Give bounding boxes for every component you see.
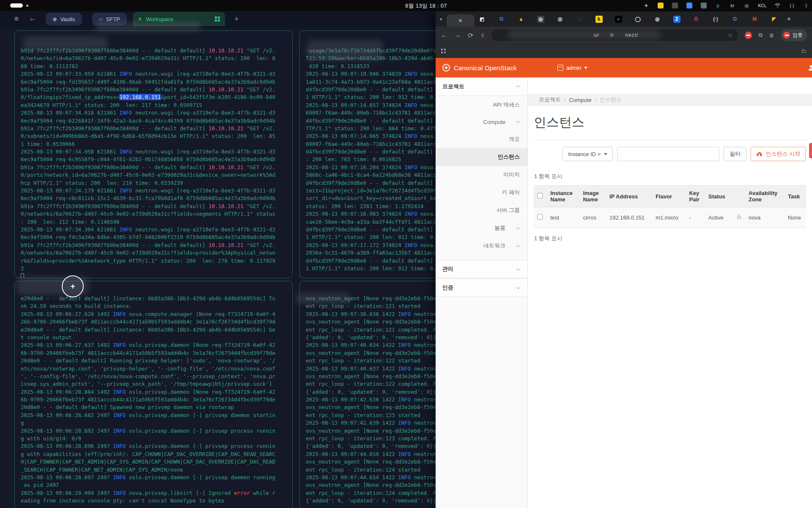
address-bar[interactable]: ur tr nect/ ☆ — [491, 29, 738, 41]
flavor-link[interactable]: m1.micro — [652, 207, 686, 228]
menubar-clock[interactable]: 8월 13일 18 : 07 — [405, 2, 447, 10]
sidebar-item-group-volumes[interactable]: 볼륨 — [436, 219, 527, 237]
launch-instance-button[interactable]: 인스턴스 시작 — [751, 147, 806, 161]
cutoff-red-button[interactable] — [809, 143, 812, 158]
column-header-task[interactable]: Task — [785, 186, 806, 207]
sidebar-item-link-api-access[interactable]: API 액세스 — [436, 96, 527, 114]
tab-search-chevron-icon[interactable]: ▾ — [440, 16, 442, 22]
pinned-tab-google-app[interactable]: ▲ — [518, 16, 525, 23]
reading-list-icon[interactable]: ≣ — [769, 32, 774, 38]
bell-icon[interactable]: 🜙 — [30, 16, 36, 22]
terminal-log-line: 2936a-5c31-4679-a369-ffa65ac135b7 4811ac… — [306, 249, 452, 257]
filter-input[interactable] — [617, 147, 719, 161]
back-icon[interactable]: ← — [441, 31, 447, 39]
close-tab-icon[interactable]: ✕ — [458, 18, 463, 24]
instance-name-link[interactable]: test — [547, 207, 579, 228]
pinned-tab-dark-circle-2[interactable]: ◌ — [576, 16, 583, 23]
column-header-instance-name[interactable]: Instance Name — [547, 186, 579, 207]
split-grid-icon[interactable] — [215, 16, 220, 22]
sidebar-item-link-images[interactable]: 이미지 — [436, 166, 527, 184]
tab-sftp[interactable]: ▱SFTP — [92, 13, 127, 25]
recorder-icon[interactable] — [672, 3, 678, 9]
sidebar-item-section-project[interactable]: 프로젝트 — [436, 77, 527, 96]
sidebar-item-group-network[interactable]: 네트워크 — [436, 237, 527, 255]
pinned-tab-slides[interactable]: ◤ — [771, 16, 778, 23]
sound-icon[interactable]: (∙) — [789, 3, 795, 9]
filter-row: Instance ID = 필터 인스턴스 시작 — [528, 146, 806, 162]
filter-field-dropdown[interactable]: Instance ID = — [562, 147, 613, 161]
project-switcher[interactable]: admin — [557, 65, 587, 71]
filter-button[interactable]: 필터 — [724, 147, 746, 161]
input-source-badge[interactable]: KO₁ — [758, 3, 766, 9]
circle-utility-icon[interactable]: ◎ — [743, 3, 750, 9]
pinned-tab-globe-2[interactable]: ◍ — [654, 16, 661, 23]
column-header-lock[interactable] — [733, 186, 745, 207]
breadcrumb-instances: 인스턴스 — [600, 96, 622, 104]
terminal-log-line: 2025-08-13 09:07:34.058 621861 INFO neut… — [21, 148, 286, 156]
sidebar-item-link-overview[interactable]: 개요 — [436, 130, 527, 148]
sidebar-item-link-key-pairs[interactable]: 키 페어 — [436, 184, 527, 201]
sidebar-item-group-compute[interactable]: Compute — [436, 114, 527, 130]
sidebar-item-link-instances[interactable]: 인스턴스 — [436, 148, 527, 166]
select-all-checkbox[interactable] — [537, 193, 543, 198]
share-icon[interactable]: ⇧ — [480, 32, 485, 38]
extension-red-icon[interactable] — [745, 32, 752, 39]
breadcrumb-project[interactable]: 프로젝트 — [539, 96, 561, 104]
pinned-tab-blue-2[interactable]: 2 — [673, 16, 680, 23]
all-bookmarks-folder-icon[interactable]: 🗀 — [801, 48, 807, 54]
terminal-pane-bottom-left[interactable]: e20d8e0 - - default default] [instance: … — [14, 281, 293, 508]
column-header-flavor[interactable]: Flavor — [652, 186, 686, 207]
new-tab-button[interactable]: + — [787, 15, 791, 23]
bookmark-star-icon[interactable]: ☆ — [727, 32, 733, 38]
pinned-tab-gmail[interactable]: M — [751, 16, 758, 23]
kakaotalk-icon[interactable] — [657, 3, 664, 9]
pinned-tab-google-red[interactable]: G — [693, 16, 700, 23]
keyboard-layout-badge[interactable]: kr — [729, 3, 735, 9]
side-panel-icon[interactable]: ⧉ — [759, 32, 763, 38]
breadcrumb-compute[interactable]: Compute — [569, 97, 592, 103]
telegram-icon[interactable]: ✈ — [643, 3, 649, 9]
brand-title[interactable]: Canonical OpenStack — [454, 64, 517, 71]
pinned-tab-dark-circle-1[interactable]: ◎ — [557, 16, 564, 23]
pinned-tab-dark-app[interactable]: ◩ — [479, 16, 486, 23]
pinned-tab-github[interactable]: ◯ — [634, 16, 642, 23]
column-header-image-name[interactable]: Image Name — [579, 186, 606, 207]
active-tab[interactable]: ✕ — [447, 14, 475, 27]
sidebar-nav: 프로젝트API 액세스Compute개요인스턴스이미지키 페어서버 그룹볼륨네트… — [436, 77, 528, 508]
terminal-pane-top-right[interactable]: -usage/3e1a76cf26734d4fbcd39f79de20d8e0?… — [299, 30, 458, 278]
terminal-pane-bottom-right[interactable]: ovs_neutron_agent [None req-dd3e2eb8-f50… — [299, 281, 458, 508]
tab-vaults[interactable]: ◉Vaults — [46, 13, 82, 25]
pinned-tab-google-blue[interactable]: G — [732, 16, 739, 23]
column-header-ip-address[interactable]: IP Address — [606, 186, 652, 207]
pinned-tab-google[interactable]: G — [498, 16, 505, 23]
tab-workspace[interactable]: ✕ Workspace — [133, 12, 225, 26]
blue-app-icon[interactable] — [686, 3, 692, 9]
terminal-log-line: eading from instance console pty: can't … — [21, 497, 286, 505]
close-icon[interactable]: ✕ — [138, 16, 142, 22]
row-checkbox[interactable] — [537, 214, 543, 220]
hamburger-menu-icon[interactable]: ≡ — [14, 15, 19, 23]
user-menu-icon[interactable] — [807, 64, 812, 73]
pinned-tab-globe-1[interactable]: ◍ — [537, 16, 544, 23]
reload-icon[interactable]: ⟳ — [468, 31, 473, 39]
profile-chip[interactable]: 암호 — [781, 29, 807, 41]
sidebar-item-label: 프로젝트 — [442, 83, 464, 90]
wifi-icon[interactable] — [774, 3, 781, 9]
column-header-availability-zone[interactable]: Availability Zone — [745, 186, 785, 207]
pinned-tab-sound[interactable]: (∙) — [712, 16, 719, 23]
bluetooth-icon[interactable]: ᛒ — [803, 3, 809, 9]
sidebar-item-section-identity[interactable]: 인증 — [436, 278, 527, 297]
new-tab-plus-icon[interactable]: + — [234, 15, 239, 24]
forward-icon[interactable]: → — [454, 31, 461, 39]
terminal-log-line: d4fbcd39f79de20d8e0 - - default default]… — [306, 148, 452, 156]
sidebar-item-section-admin[interactable]: 관리 — [436, 260, 527, 278]
pinned-tab-kibana[interactable]: k — [595, 16, 603, 23]
paste-app-icon[interactable]: p — [715, 3, 721, 9]
apps-waffle-icon[interactable] — [441, 49, 446, 53]
terminal-pane-top-left[interactable]: b91d 7fc2f7fcf2b3496f93087f60be38400d - … — [14, 30, 293, 278]
sidebar-item-link-server-groups[interactable]: 서버 그룹 — [436, 201, 527, 219]
pinned-tab-black-circle[interactable]: ● — [615, 16, 622, 23]
column-header-key-pair[interactable]: Key Pair — [686, 186, 705, 207]
column-header-status[interactable]: Status — [705, 186, 733, 207]
gray-app-icon[interactable] — [700, 3, 707, 9]
